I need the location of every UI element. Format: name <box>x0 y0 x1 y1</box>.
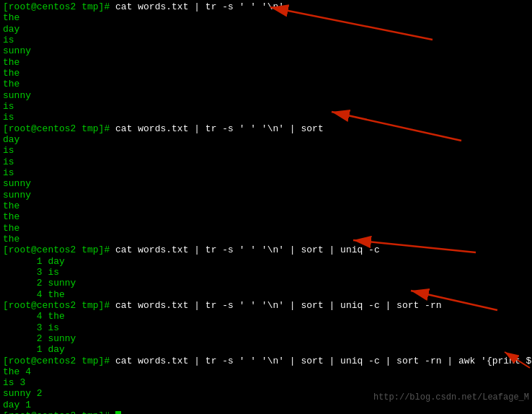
terminal-line: sunny <box>3 178 529 189</box>
terminal-line: day <box>3 134 529 145</box>
terminal-line: the <box>3 57 529 68</box>
terminal-line: day <box>3 24 529 35</box>
terminal-line: [root@centos2 tmp]# cat words.txt | tr -… <box>3 245 529 255</box>
output-area: [root@centos2 tmp]# cat words.txt | tr -… <box>3 1 529 414</box>
terminal-line: [root@centos2 tmp]# cat words.txt | tr -… <box>3 356 529 366</box>
terminal-line: the <box>3 223 529 234</box>
terminal-line: 3 is <box>3 267 529 278</box>
terminal-line: 1 day <box>3 256 529 267</box>
watermark: http://blog.csdn.net/Leafage_M <box>373 392 529 402</box>
terminal-line: the <box>3 234 529 245</box>
terminal-line: is <box>3 145 529 156</box>
terminal-line: the <box>3 211 529 222</box>
terminal-line: is <box>3 101 529 112</box>
terminal-line: [root@centos2 tmp]# cat words.txt | tr -… <box>3 123 529 134</box>
terminal-line: is <box>3 157 529 167</box>
terminal-window: [root@centos2 tmp]# cat words.txt | tr -… <box>0 0 532 414</box>
terminal-line: 3 is <box>3 322 529 333</box>
terminal-line: the <box>3 201 529 211</box>
terminal-line: [root@centos2 tmp]# cat words.txt | tr -… <box>3 1 529 12</box>
terminal-line: sunny <box>3 45 529 56</box>
terminal-line: is <box>3 112 529 123</box>
terminal-line: sunny <box>3 190 529 201</box>
terminal-line: is 3 <box>3 377 529 388</box>
terminal-line: the <box>3 12 529 23</box>
terminal-line: is <box>3 167 529 178</box>
terminal-line: [root@centos2 tmp]# cat words.txt | tr -… <box>3 300 529 311</box>
terminal-line: 4 the <box>3 289 529 300</box>
terminal-line: 1 day <box>3 344 529 355</box>
terminal-line: the <box>3 79 529 89</box>
terminal-line: the <box>3 68 529 79</box>
terminal-line: the 4 <box>3 366 529 377</box>
terminal-line: is <box>3 35 529 45</box>
terminal-line: 2 sunny <box>3 278 529 289</box>
terminal-line: [root@centos2 tmp]# <box>3 410 529 414</box>
terminal-line: 4 the <box>3 311 529 322</box>
terminal-line: sunny <box>3 90 529 101</box>
cursor <box>115 411 121 414</box>
terminal-line: 2 sunny <box>3 333 529 344</box>
